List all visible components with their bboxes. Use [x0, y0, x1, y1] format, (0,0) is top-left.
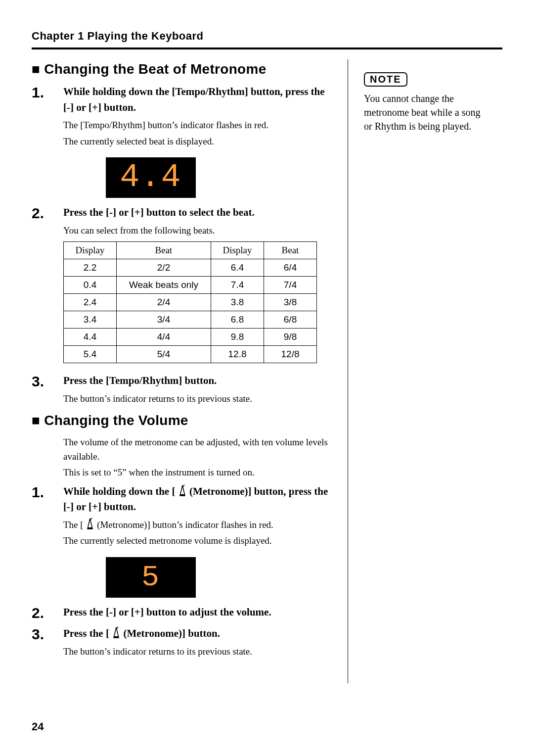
metronome-icon [178, 485, 187, 497]
s1-step2: 2. Press the [-] or [+] button to select… [32, 205, 336, 370]
svg-rect-5 [114, 636, 119, 638]
segment-display-beat: 4.4 [106, 157, 336, 198]
side-column: NOTE You cannot change the metronome bea… [348, 59, 487, 133]
th-beat: Beat [117, 242, 211, 259]
table-cell: 2/2 [117, 259, 211, 277]
s2-step3: 3. Press the [ (Metronome)] button. The … [32, 626, 336, 661]
step-number: 3. [32, 626, 63, 642]
section-heading-beat-text: Changing the Beat of Metronome [44, 61, 266, 77]
table-cell: 6/8 [264, 311, 317, 329]
page-number: 24 [32, 720, 44, 733]
step-text: The currently selected metronome volume … [63, 534, 336, 548]
segment-display-volume: 5 [106, 557, 336, 598]
step-text: You can select from the following beats. [63, 224, 336, 238]
metronome-icon [112, 627, 121, 639]
table-row: 2.4 2/4 3.8 3/8 [64, 294, 317, 311]
beat-table: Display Beat Display Beat 2.2 2/2 6.4 6/… [63, 241, 317, 363]
step-title-pre: While holding down the [ [63, 485, 175, 497]
table-cell: 9.8 [211, 329, 264, 346]
step-body: While holding down the [ (Metronome)] bu… [63, 484, 336, 550]
step-text: The button’s indicator returns to its pr… [63, 392, 336, 406]
table-cell: 3.8 [211, 294, 264, 311]
step-title: Press the [Tempo/Rhythm] button. [63, 373, 336, 389]
table-cell: 2/4 [117, 294, 211, 311]
table-header-row: Display Beat Display Beat [64, 242, 317, 259]
step-title: Press the [-] or [+] button to select th… [63, 205, 336, 221]
chapter-title: Chapter 1 Playing the Keyboard [32, 30, 502, 43]
table-cell: 9/8 [264, 329, 317, 346]
table-cell: 3.4 [64, 311, 117, 329]
table-cell: 2.4 [64, 294, 117, 311]
table-row: 4.4 4/4 9.8 9/8 [64, 329, 317, 346]
section-heading-beat: ■ Changing the Beat of Metronome [32, 61, 336, 77]
note-text: You cannot change the metronome beat whi… [364, 92, 487, 133]
table-cell: 3/8 [264, 294, 317, 311]
table-cell: 7/4 [264, 277, 317, 294]
s2-step2: 2. Press the [-] or [+] button to adjust… [32, 605, 336, 623]
table-cell: 6.8 [211, 311, 264, 329]
table-row: 2.2 2/2 6.4 6/4 [64, 259, 317, 277]
step-text: The currently selected beat is displayed… [63, 135, 336, 149]
columns: ■ Changing the Beat of Metronome 1. Whil… [32, 59, 502, 683]
step-text-post: (Metronome)] button’s indicator flashes … [97, 520, 273, 530]
th-beat2: Beat [264, 242, 317, 259]
table-cell: 3/4 [117, 311, 211, 329]
metronome-icon [86, 518, 94, 530]
step-text: The button’s indicator returns to its pr… [63, 645, 336, 659]
table-cell: 6/4 [264, 259, 317, 277]
step-body: While holding down the [Tempo/Rhythm] bu… [63, 84, 336, 150]
section-heading-volume: ■ Changing the Volume [32, 413, 336, 428]
svg-rect-3 [88, 527, 92, 529]
volume-intro2: This is set to “5” when the instrument i… [63, 466, 336, 480]
step-title: While holding down the [ (Metronome)] bu… [63, 484, 336, 515]
main-column: ■ Changing the Beat of Metronome 1. Whil… [32, 59, 348, 683]
step-number: 3. [32, 373, 63, 389]
table-cell: 12.8 [211, 346, 264, 363]
segment-display-value: 5 [106, 557, 196, 598]
th-display2: Display [211, 242, 264, 259]
table-cell: 6.4 [211, 259, 264, 277]
step-title: Press the [-] or [+] button to adjust th… [63, 605, 336, 620]
step-title: Press the [ (Metronome)] button. [63, 626, 336, 642]
header-rule [32, 47, 502, 49]
section-heading-volume-text: Changing the Volume [44, 413, 188, 428]
table-cell: 12/8 [264, 346, 317, 363]
s1-step1: 1. While holding down the [Tempo/Rhythm]… [32, 84, 336, 150]
table-cell: 4.4 [64, 329, 117, 346]
step-text-pre: The [ [63, 520, 84, 530]
step-title-post: (Metronome)] button. [123, 627, 220, 639]
step-text: The [ (Metronome)] button’s indicator fl… [63, 518, 336, 532]
table-cell: 5.4 [64, 346, 117, 363]
table-cell: Weak beats only [117, 277, 211, 294]
table-row: 3.4 3/4 6.8 6/8 [64, 311, 317, 329]
table-cell: 7.4 [211, 277, 264, 294]
step-number: 1. [32, 84, 63, 100]
step-title-pre: Press the [ [63, 627, 109, 639]
table-cell: 0.4 [64, 277, 117, 294]
step-body: Press the [ (Metronome)] button. The but… [63, 626, 336, 661]
table-cell: 4/4 [117, 329, 211, 346]
step-number: 2. [32, 205, 63, 221]
th-display: Display [64, 242, 117, 259]
step-body: Press the [Tempo/Rhythm] button. The but… [63, 373, 336, 408]
svg-rect-1 [180, 494, 185, 496]
table-row: 0.4 Weak beats only 7.4 7/4 [64, 277, 317, 294]
page: Chapter 1 Playing the Keyboard ■ Changin… [0, 0, 534, 756]
step-number: 1. [32, 484, 63, 500]
table-cell: 2.2 [64, 259, 117, 277]
step-text: The [Tempo/Rhythm] button’s indicator fl… [63, 118, 336, 133]
s2-step1: 1. While holding down the [ (Metronome)]… [32, 484, 336, 550]
s1-step3: 3. Press the [Tempo/Rhythm] button. The … [32, 373, 336, 408]
volume-intro: The volume of the metronome can be adjus… [63, 435, 336, 464]
segment-display-value: 4.4 [106, 157, 196, 198]
step-body: Press the [-] or [+] button to adjust th… [63, 605, 336, 623]
step-body: Press the [-] or [+] button to select th… [63, 205, 336, 370]
table-row: 5.4 5/4 12.8 12/8 [64, 346, 317, 363]
step-number: 2. [32, 605, 63, 620]
note-badge: NOTE [364, 72, 407, 87]
step-title: While holding down the [Tempo/Rhythm] bu… [63, 84, 336, 115]
table-cell: 5/4 [117, 346, 211, 363]
